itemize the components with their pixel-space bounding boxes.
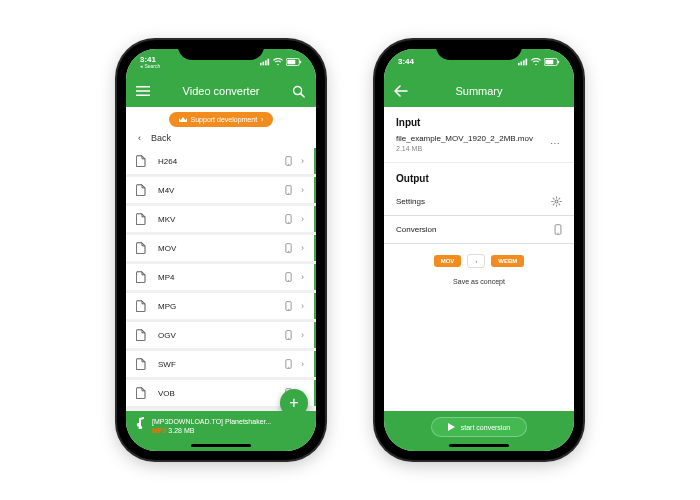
- accent-edge: [314, 177, 316, 203]
- svg-rect-3: [268, 59, 270, 66]
- file-icon: [136, 155, 148, 167]
- wifi-icon: [531, 58, 541, 66]
- save-as-concept-button[interactable]: Save as concept: [384, 274, 574, 289]
- bottom-action-bar: start conversion: [384, 411, 574, 451]
- format-label: MKV: [158, 215, 285, 224]
- device-icon: [285, 214, 295, 224]
- back-label: Back: [151, 133, 171, 143]
- format-row[interactable]: SWF›: [126, 351, 316, 377]
- support-label: Support development: [191, 116, 258, 123]
- format-row[interactable]: OGV›: [126, 322, 316, 348]
- battery-icon: [286, 58, 302, 66]
- home-indicator: [191, 444, 251, 447]
- play-icon: [448, 423, 455, 431]
- svg-rect-7: [136, 86, 150, 88]
- notch: [436, 40, 522, 60]
- status-icons: [518, 58, 560, 66]
- input-file-row[interactable]: file_example_MOV_1920_2_2MB.mov 2.14 MB …: [384, 132, 574, 163]
- chip-source-format: MOV: [434, 255, 462, 267]
- svg-rect-30: [518, 63, 520, 66]
- device-icon: [285, 156, 295, 166]
- svg-point-37: [555, 200, 558, 203]
- back-button[interactable]: ‹ Back: [126, 130, 316, 148]
- gear-icon: [551, 196, 562, 207]
- device-icon: [554, 224, 562, 235]
- input-filename: file_example_MOV_1920_2_2MB.mov: [396, 134, 548, 143]
- format-row[interactable]: MP4›: [126, 264, 316, 290]
- chip-target-format: WEBM: [491, 255, 524, 267]
- wifi-icon: [273, 58, 283, 66]
- settings-row[interactable]: Settings: [384, 188, 574, 216]
- signal-icon: [260, 58, 270, 66]
- svg-rect-8: [136, 90, 150, 92]
- format-row[interactable]: M4V›: [126, 177, 316, 203]
- svg-rect-36: [558, 61, 559, 64]
- accent-edge: [314, 351, 316, 377]
- bottom-filename: [MP3DOWNLOAD.TO] Planetshaker...: [152, 417, 271, 426]
- svg-rect-5: [287, 60, 295, 64]
- notch: [178, 40, 264, 60]
- device-icon: [285, 243, 295, 253]
- conversion-chips: MOV › WEBM: [384, 244, 574, 274]
- menu-icon[interactable]: [136, 85, 150, 97]
- start-conversion-button[interactable]: start conversion: [431, 417, 527, 437]
- bottom-file-meta: [MP3DOWNLOAD.TO] Planetshaker... MP3 3.2…: [152, 417, 271, 435]
- svg-rect-1: [263, 62, 265, 66]
- accent-edge: [314, 322, 316, 348]
- app-title: Video converter: [150, 85, 292, 97]
- format-label: M4V: [158, 186, 285, 195]
- accent-edge: [314, 264, 316, 290]
- format-row[interactable]: MOV›: [126, 235, 316, 261]
- device-icon: [285, 272, 295, 282]
- svg-point-25: [288, 338, 289, 339]
- chevron-right-icon: ›: [261, 116, 263, 123]
- file-icon: [136, 300, 148, 312]
- back-arrow-icon[interactable]: [394, 85, 408, 97]
- status-icons: [260, 58, 302, 66]
- device-icon: [285, 330, 295, 340]
- format-label: MP4: [158, 273, 285, 282]
- status-time: 3:44: [398, 58, 414, 66]
- file-icon: [136, 358, 148, 370]
- signal-icon: [518, 58, 528, 66]
- phone-summary: 3:44 Summary Input: [375, 40, 583, 460]
- svg-rect-32: [523, 60, 525, 65]
- music-note-icon: [136, 417, 146, 429]
- accent-edge: [314, 380, 316, 406]
- chevron-right-icon: ›: [301, 330, 304, 340]
- svg-point-23: [288, 309, 289, 310]
- plus-icon: +: [289, 394, 298, 412]
- device-icon: [285, 301, 295, 311]
- svg-line-11: [301, 93, 304, 96]
- settings-label: Settings: [396, 197, 425, 206]
- chevron-right-icon: ›: [301, 156, 304, 166]
- input-filesize: 2.14 MB: [396, 145, 548, 152]
- screen-summary: 3:44 Summary Input: [384, 49, 574, 451]
- svg-point-19: [288, 251, 289, 252]
- format-row[interactable]: H264›: [126, 148, 316, 174]
- format-label: H264: [158, 157, 285, 166]
- svg-rect-2: [265, 60, 267, 65]
- bottom-status-bar[interactable]: [MP3DOWNLOAD.TO] Planetshaker... MP3 3.2…: [126, 411, 316, 451]
- crown-icon: [179, 116, 187, 123]
- svg-point-21: [288, 280, 289, 281]
- chevron-right-icon: ›: [301, 359, 304, 369]
- support-row: Support development ›: [126, 107, 316, 130]
- screen-converter: 3:41 ◂ Search Video converter: [126, 49, 316, 451]
- support-development-button[interactable]: Support development ›: [169, 112, 274, 127]
- chevron-right-icon: ›: [301, 214, 304, 224]
- format-label: MOV: [158, 244, 285, 253]
- chevron-right-icon: ›: [301, 301, 304, 311]
- format-row[interactable]: MKV›: [126, 206, 316, 232]
- accent-edge: [314, 293, 316, 319]
- start-conversion-label: start conversion: [461, 424, 510, 431]
- conversion-row[interactable]: Conversion: [384, 216, 574, 244]
- format-label: MPG: [158, 302, 285, 311]
- device-icon: [285, 185, 295, 195]
- search-icon[interactable]: [292, 85, 306, 98]
- spacer: [384, 289, 574, 411]
- format-row[interactable]: MPG›: [126, 293, 316, 319]
- file-icon: [136, 242, 148, 254]
- more-options-icon[interactable]: ⋯: [548, 138, 562, 149]
- svg-rect-31: [521, 62, 523, 66]
